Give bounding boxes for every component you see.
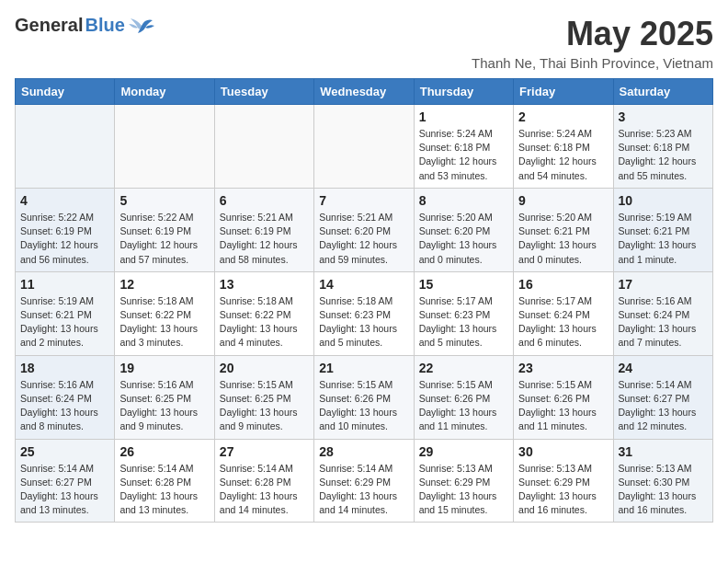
day-info: Sunrise: 5:20 AM Sunset: 6:21 PM Dayligh…	[518, 211, 608, 267]
calendar-day-25: 25Sunrise: 5:14 AM Sunset: 6:27 PM Dayli…	[16, 439, 115, 523]
logo-blue: Blue	[85, 15, 124, 36]
day-header-saturday: Saturday	[613, 79, 712, 105]
calendar-day-21: 21Sunrise: 5:15 AM Sunset: 6:26 PM Dayli…	[314, 355, 414, 439]
calendar-week-row: 18Sunrise: 5:16 AM Sunset: 6:24 PM Dayli…	[16, 355, 713, 439]
calendar-day-7: 7Sunrise: 5:21 AM Sunset: 6:20 PM Daylig…	[314, 188, 414, 271]
calendar-day-28: 28Sunrise: 5:14 AM Sunset: 6:29 PM Dayli…	[314, 439, 414, 523]
day-info: Sunrise: 5:21 AM Sunset: 6:20 PM Dayligh…	[319, 211, 408, 267]
day-header-friday: Friday	[514, 79, 613, 105]
day-number: 20	[220, 361, 309, 375]
calendar-day-30: 30Sunrise: 5:13 AM Sunset: 6:29 PM Dayli…	[514, 439, 613, 523]
calendar-week-row: 11Sunrise: 5:19 AM Sunset: 6:21 PM Dayli…	[16, 271, 713, 355]
calendar-table: SundayMondayTuesdayWednesdayThursdayFrid…	[15, 78, 713, 523]
day-number: 16	[518, 277, 608, 292]
location: Thanh Ne, Thai Binh Province, Vietnam	[472, 55, 713, 71]
day-header-sunday: Sunday	[16, 79, 115, 105]
day-info: Sunrise: 5:18 AM Sunset: 6:22 PM Dayligh…	[220, 294, 309, 350]
calendar-day-empty	[115, 105, 214, 189]
calendar-header-row: SundayMondayTuesdayWednesdayThursdayFrid…	[16, 79, 713, 105]
day-number: 23	[518, 361, 608, 375]
day-info: Sunrise: 5:19 AM Sunset: 6:21 PM Dayligh…	[619, 211, 708, 267]
day-number: 12	[119, 277, 209, 292]
month-title: May 2025	[472, 15, 713, 53]
day-info: Sunrise: 5:23 AM Sunset: 6:18 PM Dayligh…	[619, 127, 708, 183]
day-number: 8	[419, 193, 508, 208]
day-number: 2	[518, 109, 608, 124]
calendar-day-14: 14Sunrise: 5:18 AM Sunset: 6:23 PM Dayli…	[314, 271, 414, 355]
day-number: 11	[20, 277, 109, 292]
calendar-day-11: 11Sunrise: 5:19 AM Sunset: 6:21 PM Dayli…	[16, 271, 115, 355]
calendar-day-19: 19Sunrise: 5:16 AM Sunset: 6:25 PM Dayli…	[115, 355, 214, 439]
day-info: Sunrise: 5:24 AM Sunset: 6:18 PM Dayligh…	[518, 127, 608, 183]
calendar-day-8: 8Sunrise: 5:20 AM Sunset: 6:20 PM Daylig…	[414, 188, 513, 271]
day-number: 30	[518, 444, 608, 459]
calendar-day-23: 23Sunrise: 5:15 AM Sunset: 6:26 PM Dayli…	[514, 355, 613, 439]
day-header-wednesday: Wednesday	[314, 79, 414, 105]
calendar-day-empty	[214, 105, 313, 189]
calendar-day-10: 10Sunrise: 5:19 AM Sunset: 6:21 PM Dayli…	[613, 188, 712, 271]
calendar-day-27: 27Sunrise: 5:14 AM Sunset: 6:28 PM Dayli…	[214, 439, 313, 523]
calendar-day-18: 18Sunrise: 5:16 AM Sunset: 6:24 PM Dayli…	[16, 355, 115, 439]
calendar-day-31: 31Sunrise: 5:13 AM Sunset: 6:30 PM Dayli…	[613, 439, 712, 523]
day-info: Sunrise: 5:13 AM Sunset: 6:29 PM Dayligh…	[518, 462, 608, 518]
day-info: Sunrise: 5:20 AM Sunset: 6:20 PM Dayligh…	[419, 211, 508, 267]
day-number: 5	[119, 193, 209, 208]
calendar-day-12: 12Sunrise: 5:18 AM Sunset: 6:22 PM Dayli…	[115, 271, 214, 355]
calendar-day-26: 26Sunrise: 5:14 AM Sunset: 6:28 PM Dayli…	[115, 439, 214, 523]
day-info: Sunrise: 5:14 AM Sunset: 6:27 PM Dayligh…	[20, 462, 109, 518]
calendar-day-2: 2Sunrise: 5:24 AM Sunset: 6:18 PM Daylig…	[514, 105, 613, 189]
day-info: Sunrise: 5:15 AM Sunset: 6:26 PM Dayligh…	[419, 378, 508, 434]
day-info: Sunrise: 5:21 AM Sunset: 6:19 PM Dayligh…	[220, 211, 309, 267]
calendar-day-9: 9Sunrise: 5:20 AM Sunset: 6:21 PM Daylig…	[514, 188, 613, 271]
day-number: 6	[220, 193, 309, 208]
calendar-week-row: 1Sunrise: 5:24 AM Sunset: 6:18 PM Daylig…	[16, 105, 713, 189]
calendar-day-empty	[314, 105, 414, 189]
calendar-day-22: 22Sunrise: 5:15 AM Sunset: 6:26 PM Dayli…	[414, 355, 513, 439]
day-info: Sunrise: 5:22 AM Sunset: 6:19 PM Dayligh…	[119, 211, 209, 267]
day-info: Sunrise: 5:13 AM Sunset: 6:30 PM Dayligh…	[619, 462, 708, 518]
calendar-day-5: 5Sunrise: 5:22 AM Sunset: 6:19 PM Daylig…	[115, 188, 214, 271]
day-number: 29	[419, 444, 508, 459]
logo: General Blue	[15, 15, 154, 36]
day-number: 14	[319, 277, 408, 292]
day-info: Sunrise: 5:15 AM Sunset: 6:26 PM Dayligh…	[518, 378, 608, 434]
day-number: 22	[419, 361, 508, 375]
calendar-day-1: 1Sunrise: 5:24 AM Sunset: 6:18 PM Daylig…	[414, 105, 513, 189]
day-number: 21	[319, 361, 408, 375]
day-number: 4	[20, 193, 109, 208]
day-number: 7	[319, 193, 408, 208]
calendar-day-17: 17Sunrise: 5:16 AM Sunset: 6:24 PM Dayli…	[613, 271, 712, 355]
day-info: Sunrise: 5:22 AM Sunset: 6:19 PM Dayligh…	[20, 211, 109, 267]
day-info: Sunrise: 5:24 AM Sunset: 6:18 PM Dayligh…	[419, 127, 508, 183]
day-number: 13	[220, 277, 309, 292]
calendar-day-13: 13Sunrise: 5:18 AM Sunset: 6:22 PM Dayli…	[214, 271, 313, 355]
day-number: 17	[619, 277, 708, 292]
day-header-thursday: Thursday	[414, 79, 513, 105]
day-header-monday: Monday	[115, 79, 214, 105]
day-info: Sunrise: 5:16 AM Sunset: 6:24 PM Dayligh…	[619, 294, 708, 350]
day-number: 31	[619, 444, 708, 459]
day-info: Sunrise: 5:18 AM Sunset: 6:22 PM Dayligh…	[119, 294, 209, 350]
calendar-week-row: 4Sunrise: 5:22 AM Sunset: 6:19 PM Daylig…	[16, 188, 713, 271]
day-number: 9	[518, 193, 608, 208]
day-info: Sunrise: 5:14 AM Sunset: 6:28 PM Dayligh…	[119, 462, 209, 518]
day-info: Sunrise: 5:15 AM Sunset: 6:25 PM Dayligh…	[220, 378, 309, 434]
day-number: 28	[319, 444, 408, 459]
day-info: Sunrise: 5:14 AM Sunset: 6:29 PM Dayligh…	[319, 462, 408, 518]
day-number: 15	[419, 277, 508, 292]
calendar-day-24: 24Sunrise: 5:14 AM Sunset: 6:27 PM Dayli…	[613, 355, 712, 439]
day-info: Sunrise: 5:16 AM Sunset: 6:24 PM Dayligh…	[20, 378, 109, 434]
day-number: 3	[619, 109, 708, 124]
day-number: 19	[119, 361, 209, 375]
day-info: Sunrise: 5:17 AM Sunset: 6:23 PM Dayligh…	[419, 294, 508, 350]
title-section: May 2025 Thanh Ne, Thai Binh Province, V…	[472, 15, 713, 71]
calendar-day-6: 6Sunrise: 5:21 AM Sunset: 6:19 PM Daylig…	[214, 188, 313, 271]
calendar-day-4: 4Sunrise: 5:22 AM Sunset: 6:19 PM Daylig…	[16, 188, 115, 271]
day-number: 25	[20, 444, 109, 459]
logo-bird-icon	[129, 17, 154, 35]
day-info: Sunrise: 5:14 AM Sunset: 6:27 PM Dayligh…	[619, 378, 708, 434]
calendar-day-20: 20Sunrise: 5:15 AM Sunset: 6:25 PM Dayli…	[214, 355, 313, 439]
calendar-day-3: 3Sunrise: 5:23 AM Sunset: 6:18 PM Daylig…	[613, 105, 712, 189]
day-number: 24	[619, 361, 708, 375]
calendar-day-16: 16Sunrise: 5:17 AM Sunset: 6:24 PM Dayli…	[514, 271, 613, 355]
